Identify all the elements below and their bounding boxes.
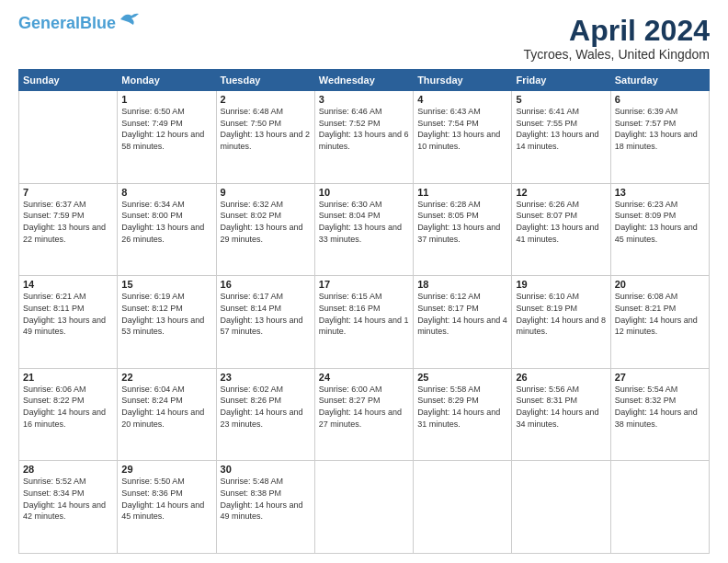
page: GeneralBlue April 2024 Tycroes, Wales, U… <box>0 0 728 563</box>
header: GeneralBlue April 2024 Tycroes, Wales, U… <box>18 15 710 62</box>
day-info: Sunrise: 5:58 AMSunset: 8:29 PMDaylight:… <box>417 384 507 430</box>
table-row: 24 Sunrise: 6:00 AMSunset: 8:27 PMDaylig… <box>314 368 413 461</box>
table-row: 27 Sunrise: 5:54 AMSunset: 8:32 PMDaylig… <box>610 368 709 461</box>
table-row: 7 Sunrise: 6:37 AMSunset: 7:59 PMDayligh… <box>19 183 118 276</box>
table-row: 10 Sunrise: 6:30 AMSunset: 8:04 PMDaylig… <box>314 183 413 276</box>
table-row: 22 Sunrise: 6:04 AMSunset: 8:24 PMDaylig… <box>118 368 216 461</box>
day-info: Sunrise: 6:41 AMSunset: 7:55 PMDaylight:… <box>516 106 606 152</box>
day-number: 20 <box>615 279 705 290</box>
day-number: 6 <box>615 94 705 105</box>
col-wednesday: Wednesday <box>314 70 413 91</box>
day-info: Sunrise: 6:46 AMSunset: 7:52 PMDaylight:… <box>319 106 409 152</box>
week-row-2: 7 Sunrise: 6:37 AMSunset: 7:59 PMDayligh… <box>19 183 710 276</box>
table-row: 29 Sunrise: 5:50 AMSunset: 8:36 PMDaylig… <box>118 461 216 554</box>
day-number: 9 <box>221 187 311 198</box>
day-number: 7 <box>23 187 113 198</box>
day-info: Sunrise: 6:06 AMSunset: 8:22 PMDaylight:… <box>23 384 113 430</box>
calendar-header-row: Sunday Monday Tuesday Wednesday Thursday… <box>19 70 710 91</box>
day-number: 1 <box>121 94 211 105</box>
day-number: 2 <box>221 94 311 105</box>
day-number: 10 <box>319 187 409 198</box>
day-info: Sunrise: 6:43 AMSunset: 7:54 PMDaylight:… <box>417 106 507 152</box>
table-row: 18 Sunrise: 6:12 AMSunset: 8:17 PMDaylig… <box>414 276 512 369</box>
day-number: 24 <box>319 372 409 383</box>
col-monday: Monday <box>118 70 216 91</box>
day-info: Sunrise: 6:39 AMSunset: 7:57 PMDaylight:… <box>615 106 705 152</box>
table-row: 12 Sunrise: 6:26 AMSunset: 8:07 PMDaylig… <box>512 183 610 276</box>
day-number: 29 <box>121 464 211 475</box>
day-info: Sunrise: 6:04 AMSunset: 8:24 PMDaylight:… <box>121 384 211 430</box>
day-info: Sunrise: 6:32 AMSunset: 8:02 PMDaylight:… <box>221 199 311 245</box>
table-row: 20 Sunrise: 6:08 AMSunset: 8:21 PMDaylig… <box>610 276 709 369</box>
table-row: 3 Sunrise: 6:46 AMSunset: 7:52 PMDayligh… <box>314 91 413 184</box>
table-row: 30 Sunrise: 5:48 AMSunset: 8:38 PMDaylig… <box>216 461 314 554</box>
col-saturday: Saturday <box>610 70 709 91</box>
table-row: 13 Sunrise: 6:23 AMSunset: 8:09 PMDaylig… <box>610 183 709 276</box>
table-row: 4 Sunrise: 6:43 AMSunset: 7:54 PMDayligh… <box>414 91 512 184</box>
day-info: Sunrise: 6:10 AMSunset: 8:19 PMDaylight:… <box>516 291 606 337</box>
table-row: 25 Sunrise: 5:58 AMSunset: 8:29 PMDaylig… <box>414 368 512 461</box>
day-info: Sunrise: 6:19 AMSunset: 8:12 PMDaylight:… <box>121 291 211 337</box>
day-info: Sunrise: 6:08 AMSunset: 8:21 PMDaylight:… <box>615 291 705 337</box>
day-info: Sunrise: 6:34 AMSunset: 8:00 PMDaylight:… <box>121 199 211 245</box>
day-info: Sunrise: 6:00 AMSunset: 8:27 PMDaylight:… <box>319 384 409 430</box>
table-row: 6 Sunrise: 6:39 AMSunset: 7:57 PMDayligh… <box>610 91 709 184</box>
day-number: 23 <box>221 372 311 383</box>
day-number: 11 <box>417 187 507 198</box>
table-row <box>314 461 413 554</box>
col-friday: Friday <box>512 70 610 91</box>
month-title: April 2024 <box>523 15 710 47</box>
day-info: Sunrise: 5:48 AMSunset: 8:38 PMDaylight:… <box>221 476 311 522</box>
table-row: 21 Sunrise: 6:06 AMSunset: 8:22 PMDaylig… <box>19 368 118 461</box>
day-number: 26 <box>516 372 606 383</box>
table-row: 9 Sunrise: 6:32 AMSunset: 8:02 PMDayligh… <box>216 183 314 276</box>
day-info: Sunrise: 5:56 AMSunset: 8:31 PMDaylight:… <box>516 384 606 430</box>
day-info: Sunrise: 6:23 AMSunset: 8:09 PMDaylight:… <box>615 199 705 245</box>
table-row <box>512 461 610 554</box>
col-tuesday: Tuesday <box>216 70 314 91</box>
col-sunday: Sunday <box>19 70 118 91</box>
day-info: Sunrise: 6:37 AMSunset: 7:59 PMDaylight:… <box>23 199 113 245</box>
day-number: 22 <box>121 372 211 383</box>
table-row: 17 Sunrise: 6:15 AMSunset: 8:16 PMDaylig… <box>314 276 413 369</box>
table-row <box>610 461 709 554</box>
table-row <box>19 91 118 184</box>
logo-text: GeneralBlue <box>18 15 116 31</box>
day-info: Sunrise: 6:12 AMSunset: 8:17 PMDaylight:… <box>417 291 507 337</box>
day-number: 5 <box>516 94 606 105</box>
day-info: Sunrise: 6:02 AMSunset: 8:26 PMDaylight:… <box>221 384 311 430</box>
table-row: 8 Sunrise: 6:34 AMSunset: 8:00 PMDayligh… <box>118 183 216 276</box>
day-info: Sunrise: 6:17 AMSunset: 8:14 PMDaylight:… <box>221 291 311 337</box>
day-number: 15 <box>121 279 211 290</box>
day-number: 28 <box>23 464 113 475</box>
logo-blue: Blue <box>80 14 116 32</box>
day-number: 4 <box>417 94 507 105</box>
table-row: 2 Sunrise: 6:48 AMSunset: 7:50 PMDayligh… <box>216 91 314 184</box>
table-row: 16 Sunrise: 6:17 AMSunset: 8:14 PMDaylig… <box>216 276 314 369</box>
day-number: 19 <box>516 279 606 290</box>
table-row: 28 Sunrise: 5:52 AMSunset: 8:34 PMDaylig… <box>19 461 118 554</box>
day-info: Sunrise: 6:26 AMSunset: 8:07 PMDaylight:… <box>516 199 606 245</box>
table-row: 26 Sunrise: 5:56 AMSunset: 8:31 PMDaylig… <box>512 368 610 461</box>
day-number: 30 <box>221 464 311 475</box>
week-row-4: 21 Sunrise: 6:06 AMSunset: 8:22 PMDaylig… <box>19 368 710 461</box>
day-info: Sunrise: 6:15 AMSunset: 8:16 PMDaylight:… <box>319 291 409 337</box>
day-info: Sunrise: 5:52 AMSunset: 8:34 PMDaylight:… <box>23 476 113 522</box>
table-row: 23 Sunrise: 6:02 AMSunset: 8:26 PMDaylig… <box>216 368 314 461</box>
day-number: 13 <box>615 187 705 198</box>
table-row: 19 Sunrise: 6:10 AMSunset: 8:19 PMDaylig… <box>512 276 610 369</box>
day-number: 18 <box>417 279 507 290</box>
day-info: Sunrise: 6:21 AMSunset: 8:11 PMDaylight:… <box>23 291 113 337</box>
day-number: 8 <box>121 187 211 198</box>
calendar-table: Sunday Monday Tuesday Wednesday Thursday… <box>18 69 710 554</box>
day-info: Sunrise: 5:50 AMSunset: 8:36 PMDaylight:… <box>121 476 211 522</box>
day-number: 12 <box>516 187 606 198</box>
week-row-1: 1 Sunrise: 6:50 AMSunset: 7:49 PMDayligh… <box>19 91 710 184</box>
logo-general: General <box>18 14 80 32</box>
day-number: 3 <box>319 94 409 105</box>
table-row: 11 Sunrise: 6:28 AMSunset: 8:05 PMDaylig… <box>414 183 512 276</box>
col-thursday: Thursday <box>414 70 512 91</box>
day-number: 14 <box>23 279 113 290</box>
table-row: 1 Sunrise: 6:50 AMSunset: 7:49 PMDayligh… <box>118 91 216 184</box>
day-number: 25 <box>417 372 507 383</box>
